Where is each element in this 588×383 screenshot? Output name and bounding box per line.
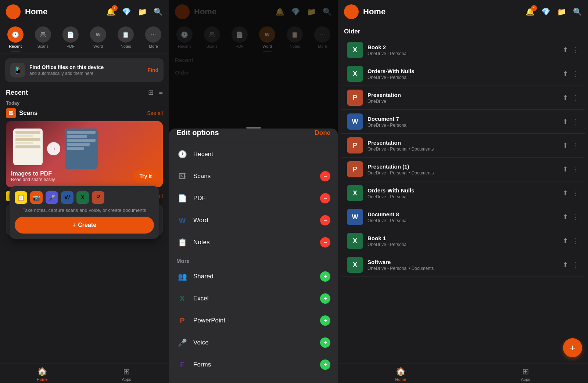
list-view-icon[interactable]: ≡ [159, 88, 163, 97]
more-options-icon-7[interactable]: ⋮ [573, 213, 579, 221]
right-folder-icon[interactable]: 📁 [557, 7, 566, 16]
create-button[interactable]: + Create [15, 217, 154, 234]
excel-app-icon: X [76, 191, 89, 204]
more-options-icon-8[interactable]: ⋮ [573, 237, 579, 245]
more-options-icon-9[interactable]: ⋮ [573, 261, 579, 269]
right-avatar[interactable] [344, 4, 359, 19]
right-home-icon: 🏠 [396, 367, 406, 376]
modal-item-recent[interactable]: 🕐 Recent [169, 143, 338, 165]
file-location-2: OneDrive [368, 99, 558, 104]
upload-icon-1[interactable]: ⬆ [563, 70, 568, 78]
notes-remove-button[interactable]: − [320, 237, 330, 247]
file-type-icon-8: X [347, 233, 363, 249]
scans-see-all[interactable]: See all [147, 110, 163, 116]
file-item-4[interactable]: P Presentation OneDrive - Personal • Doc… [341, 134, 585, 158]
modal-item-pdf[interactable]: 📄 PDF − [169, 187, 338, 209]
upload-icon-2[interactable]: ⬆ [563, 94, 568, 102]
file-item-1[interactable]: X Orders-With Nulls OneDrive - Personal … [341, 62, 585, 86]
word-remove-button[interactable]: − [320, 215, 330, 225]
upload-icon-7[interactable]: ⬆ [563, 213, 568, 221]
more-options-icon-0[interactable]: ⋮ [573, 46, 579, 54]
tab-scans-left[interactable]: 🖼 Scans [29, 24, 57, 54]
right-header: Home 🔔 1 💎 📁 🔍 [338, 0, 588, 24]
folder-icon[interactable]: 📁 [138, 7, 147, 16]
modal-recent-label: Recent [193, 151, 213, 158]
more-options-icon-5[interactable]: ⋮ [573, 165, 579, 173]
tab-recent-left[interactable]: 🕐 Recent [1, 24, 29, 54]
left-nav-apps[interactable]: ⊞ Apps [85, 367, 169, 382]
modal-item-scans[interactable]: 🖼 Scans − [169, 165, 338, 187]
upload-icon-8[interactable]: ⬆ [563, 237, 568, 245]
pdf-remove-button[interactable]: − [320, 193, 330, 203]
more-options-icon-4[interactable]: ⋮ [573, 141, 579, 149]
bell-icon[interactable]: 🔔 1 [106, 7, 115, 16]
upload-icon-9[interactable]: ⬆ [563, 261, 568, 269]
voice-add-button[interactable]: + [320, 337, 330, 348]
more-options-icon-2[interactable]: ⋮ [573, 94, 579, 102]
find-office-banner[interactable]: 📱 Find Office files on this device and a… [5, 58, 164, 82]
tab-more-left[interactable]: ··· More [140, 24, 167, 54]
modal-item-word[interactable]: W Word − [169, 209, 338, 231]
right-header-icons: 🔔 1 💎 📁 🔍 [526, 7, 582, 16]
diamond-icon[interactable]: 💎 [122, 7, 131, 16]
modal-item-excel[interactable]: X Excel + [169, 288, 338, 310]
promo-card[interactable]: → Images to PDF Read and share easily Tr… [6, 121, 163, 187]
recent-section-title: Recent [6, 89, 28, 97]
file-actions-1: ⬆ ⋮ [563, 70, 579, 78]
more-options-icon-6[interactable]: ⋮ [573, 189, 579, 197]
modal-forms-label: Forms [193, 361, 211, 368]
file-item-9[interactable]: X Software OneDrive - Personal • Documen… [341, 253, 585, 277]
pdf-tab-icon-circle: 📄 [62, 26, 79, 43]
right-bell-icon[interactable]: 🔔 1 [526, 7, 535, 16]
excel-add-button[interactable]: + [320, 293, 330, 304]
powerpoint-add-button[interactable]: + [320, 315, 330, 326]
grid-view-icon[interactable]: ⊞ [148, 88, 154, 97]
file-info-6: Orders-With Nulls OneDrive - Personal [368, 187, 558, 199]
modal-recent-icon: 🕐 [176, 148, 188, 160]
shared-add-button[interactable]: + [320, 271, 330, 282]
forms-add-button[interactable]: + [320, 359, 330, 370]
tab-pdf-left[interactable]: 📄 PDF [57, 24, 84, 54]
file-item-2[interactable]: P Presentation OneDrive ⬆ ⋮ [341, 86, 585, 110]
file-item-0[interactable]: X Book 2 OneDrive - Personal ⬆ ⋮ [341, 38, 585, 62]
modal-item-forms[interactable]: F Forms + [169, 354, 338, 376]
scans-remove-button[interactable]: − [320, 171, 330, 181]
file-item-7[interactable]: W Document 8 OneDrive - Personal ⬆ ⋮ [341, 205, 585, 229]
left-avatar[interactable] [6, 4, 21, 19]
fab-button[interactable]: + [563, 338, 582, 357]
file-name-5: Presentation (1) [368, 163, 558, 170]
try-button[interactable]: Try it [134, 170, 158, 182]
tab-word-left[interactable]: W Word [85, 24, 112, 54]
scans-tab-icon-circle: 🖼 [35, 26, 51, 43]
right-nav-apps[interactable]: ⊞ Apps [463, 367, 588, 382]
upload-icon-6[interactable]: ⬆ [563, 189, 568, 197]
word-app-icon: W [61, 191, 74, 204]
notes-card[interactable]: Hi I 📋 📷 🎤 W X P Take notes, capture sca… [6, 204, 163, 235]
right-nav-home[interactable]: 🏠 Home [338, 367, 463, 382]
upload-icon-0[interactable]: ⬆ [563, 46, 568, 54]
find-button[interactable]: Find [147, 67, 158, 73]
file-item-8[interactable]: X Book 1 OneDrive - Personal ⬆ ⋮ [341, 229, 585, 253]
scans-subsection-header: 🖼 Scans See all [6, 108, 163, 118]
more-options-icon-3[interactable]: ⋮ [573, 118, 579, 126]
right-diamond-icon[interactable]: 💎 [541, 7, 551, 16]
modal-done-button[interactable]: Done [315, 129, 331, 137]
modal-item-notes[interactable]: 📋 Notes − [169, 231, 338, 253]
more-icon: ··· [151, 31, 156, 38]
right-search-icon[interactable]: 🔍 [573, 7, 582, 16]
right-apps-icon: ⊞ [522, 367, 529, 376]
upload-icon-5[interactable]: ⬆ [563, 165, 568, 173]
modal-item-powerpoint[interactable]: P PowerPoint + [169, 310, 338, 332]
find-banner-subtitle: and automatically add them here. [29, 71, 143, 76]
modal-item-voice[interactable]: 🎤 Voice + [169, 332, 338, 354]
upload-icon-4[interactable]: ⬆ [563, 141, 568, 149]
search-icon[interactable]: 🔍 [154, 7, 163, 16]
upload-icon-3[interactable]: ⬆ [563, 118, 568, 126]
left-nav-home[interactable]: 🏠 Home [0, 367, 85, 382]
modal-item-shared[interactable]: 👥 Shared + [169, 265, 338, 288]
more-options-icon-1[interactable]: ⋮ [573, 70, 579, 78]
file-item-3[interactable]: W Document 7 OneDrive - Personal ⬆ ⋮ [341, 110, 585, 134]
tab-notes-left[interactable]: 📋 Notes [112, 24, 140, 54]
file-item-5[interactable]: P Presentation (1) OneDrive - Personal •… [341, 158, 585, 181]
file-item-6[interactable]: X Orders-With Nulls OneDrive - Personal … [341, 181, 585, 205]
